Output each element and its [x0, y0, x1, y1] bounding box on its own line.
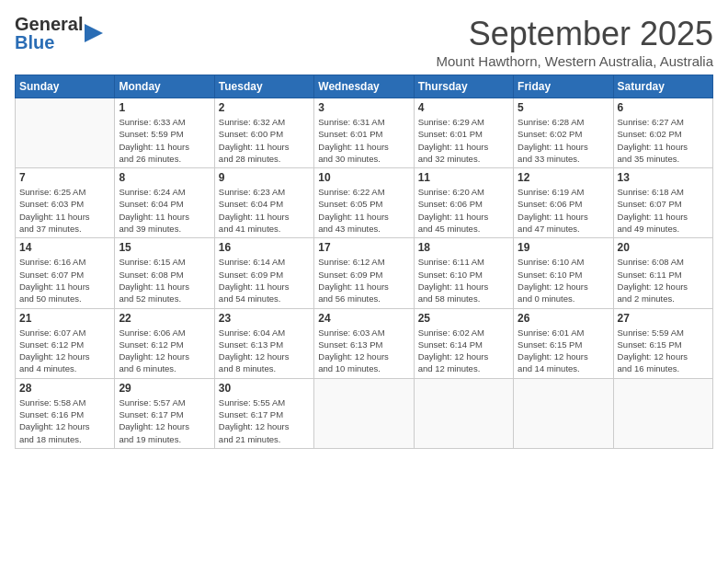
weekday-header-friday: Friday	[514, 75, 613, 98]
day-number: 4	[418, 101, 509, 114]
day-info: Sunrise: 6:19 AM Sunset: 6:06 PM Dayligh…	[518, 186, 609, 235]
calendar-cell: 5Sunrise: 6:28 AM Sunset: 6:02 PM Daylig…	[514, 98, 613, 168]
calendar-cell: 10Sunrise: 6:22 AM Sunset: 6:05 PM Dayli…	[314, 168, 414, 238]
calendar-cell: 11Sunrise: 6:20 AM Sunset: 6:06 PM Dayli…	[414, 168, 513, 238]
calendar-cell: 6Sunrise: 6:27 AM Sunset: 6:02 PM Daylig…	[613, 98, 712, 168]
day-number: 11	[418, 171, 509, 184]
calendar-cell: 9Sunrise: 6:23 AM Sunset: 6:04 PM Daylig…	[214, 168, 313, 238]
week-row-2: 7Sunrise: 6:25 AM Sunset: 6:03 PM Daylig…	[16, 168, 713, 238]
calendar-cell: 14Sunrise: 6:16 AM Sunset: 6:07 PM Dayli…	[16, 238, 115, 308]
day-number: 5	[518, 101, 609, 114]
day-number: 30	[219, 382, 310, 395]
calendar-cell	[514, 378, 613, 448]
day-info: Sunrise: 6:10 AM Sunset: 6:10 PM Dayligh…	[518, 256, 609, 304]
calendar-cell: 2Sunrise: 6:32 AM Sunset: 6:00 PM Daylig…	[214, 98, 313, 168]
calendar-cell: 20Sunrise: 6:08 AM Sunset: 6:11 PM Dayli…	[613, 238, 712, 308]
calendar-cell: 8Sunrise: 6:24 AM Sunset: 6:04 PM Daylig…	[115, 168, 214, 238]
day-number: 6	[618, 101, 709, 114]
day-info: Sunrise: 6:01 AM Sunset: 6:15 PM Dayligh…	[518, 327, 609, 375]
day-info: Sunrise: 6:22 AM Sunset: 6:05 PM Dayligh…	[318, 186, 409, 235]
week-row-1: 1Sunrise: 6:33 AM Sunset: 5:59 PM Daylig…	[16, 98, 713, 168]
calendar-cell: 21Sunrise: 6:07 AM Sunset: 6:12 PM Dayli…	[16, 308, 115, 378]
day-number: 1	[119, 101, 210, 114]
week-row-5: 28Sunrise: 5:58 AM Sunset: 6:16 PM Dayli…	[16, 378, 713, 448]
calendar-cell	[414, 378, 513, 448]
day-number: 13	[618, 171, 709, 184]
day-info: Sunrise: 6:11 AM Sunset: 6:10 PM Dayligh…	[418, 256, 509, 304]
weekday-header-tuesday: Tuesday	[214, 75, 313, 98]
day-info: Sunrise: 6:28 AM Sunset: 6:02 PM Dayligh…	[518, 116, 609, 165]
day-info: Sunrise: 6:18 AM Sunset: 6:07 PM Dayligh…	[618, 186, 709, 235]
day-number: 14	[19, 241, 110, 254]
weekday-header-row: SundayMondayTuesdayWednesdayThursdayFrid…	[16, 75, 713, 98]
calendar-cell: 26Sunrise: 6:01 AM Sunset: 6:15 PM Dayli…	[514, 308, 613, 378]
weekday-header-thursday: Thursday	[414, 75, 513, 98]
calendar-cell: 13Sunrise: 6:18 AM Sunset: 6:07 PM Dayli…	[613, 168, 712, 238]
calendar-cell: 12Sunrise: 6:19 AM Sunset: 6:06 PM Dayli…	[514, 168, 613, 238]
day-info: Sunrise: 6:14 AM Sunset: 6:09 PM Dayligh…	[219, 256, 310, 304]
calendar-cell: 29Sunrise: 5:57 AM Sunset: 6:17 PM Dayli…	[115, 378, 214, 448]
day-info: Sunrise: 6:23 AM Sunset: 6:04 PM Dayligh…	[219, 186, 310, 235]
day-info: Sunrise: 6:15 AM Sunset: 6:08 PM Dayligh…	[119, 256, 210, 304]
day-number: 21	[19, 312, 110, 325]
day-info: Sunrise: 5:59 AM Sunset: 6:15 PM Dayligh…	[618, 327, 709, 375]
day-info: Sunrise: 5:55 AM Sunset: 6:17 PM Dayligh…	[219, 396, 310, 445]
calendar-cell: 15Sunrise: 6:15 AM Sunset: 6:08 PM Dayli…	[115, 238, 214, 308]
weekday-header-saturday: Saturday	[613, 75, 712, 98]
location-subtitle: Mount Hawthorn, Western Australia, Austr…	[436, 53, 713, 69]
weekday-header-sunday: Sunday	[16, 75, 115, 98]
day-number: 20	[618, 241, 709, 254]
calendar-cell	[16, 98, 115, 168]
calendar-cell: 24Sunrise: 6:03 AM Sunset: 6:13 PM Dayli…	[314, 308, 414, 378]
calendar-cell	[314, 378, 414, 448]
day-number: 8	[119, 171, 210, 184]
logo-arrow-icon	[85, 24, 103, 42]
day-number: 16	[219, 241, 310, 254]
day-info: Sunrise: 6:31 AM Sunset: 6:01 PM Dayligh…	[318, 116, 409, 165]
calendar-table: SundayMondayTuesdayWednesdayThursdayFrid…	[15, 75, 713, 449]
day-number: 24	[318, 312, 409, 325]
day-info: Sunrise: 6:27 AM Sunset: 6:02 PM Dayligh…	[618, 116, 709, 165]
day-number: 15	[119, 241, 210, 254]
day-number: 7	[19, 171, 110, 184]
day-number: 18	[418, 241, 509, 254]
calendar-cell: 4Sunrise: 6:29 AM Sunset: 6:01 PM Daylig…	[414, 98, 513, 168]
calendar-cell: 28Sunrise: 5:58 AM Sunset: 6:16 PM Dayli…	[16, 378, 115, 448]
day-info: Sunrise: 6:03 AM Sunset: 6:13 PM Dayligh…	[318, 327, 409, 375]
day-number: 3	[318, 101, 409, 114]
day-info: Sunrise: 6:32 AM Sunset: 6:00 PM Dayligh…	[219, 116, 310, 165]
day-number: 2	[219, 101, 310, 114]
calendar-cell: 1Sunrise: 6:33 AM Sunset: 5:59 PM Daylig…	[115, 98, 214, 168]
day-number: 9	[219, 171, 310, 184]
day-info: Sunrise: 6:12 AM Sunset: 6:09 PM Dayligh…	[318, 256, 409, 304]
calendar-cell: 30Sunrise: 5:55 AM Sunset: 6:17 PM Dayli…	[214, 378, 313, 448]
day-number: 12	[518, 171, 609, 184]
day-info: Sunrise: 6:04 AM Sunset: 6:13 PM Dayligh…	[219, 327, 310, 375]
page-header: General Blue September 2025 Mount Hawtho…	[15, 15, 713, 69]
day-info: Sunrise: 6:07 AM Sunset: 6:12 PM Dayligh…	[19, 327, 110, 375]
day-number: 25	[418, 312, 509, 325]
month-title: September 2025	[436, 15, 713, 53]
title-area: September 2025 Mount Hawthorn, Western A…	[436, 15, 713, 69]
weekday-header-monday: Monday	[115, 75, 214, 98]
day-number: 10	[318, 171, 409, 184]
day-number: 23	[219, 312, 310, 325]
calendar-cell	[613, 378, 712, 448]
calendar-cell: 25Sunrise: 6:02 AM Sunset: 6:14 PM Dayli…	[414, 308, 513, 378]
calendar-cell: 18Sunrise: 6:11 AM Sunset: 6:10 PM Dayli…	[414, 238, 513, 308]
week-row-3: 14Sunrise: 6:16 AM Sunset: 6:07 PM Dayli…	[16, 238, 713, 308]
calendar-cell: 17Sunrise: 6:12 AM Sunset: 6:09 PM Dayli…	[314, 238, 414, 308]
day-info: Sunrise: 6:02 AM Sunset: 6:14 PM Dayligh…	[418, 327, 509, 375]
calendar-cell: 27Sunrise: 5:59 AM Sunset: 6:15 PM Dayli…	[613, 308, 712, 378]
day-info: Sunrise: 5:58 AM Sunset: 6:16 PM Dayligh…	[19, 396, 110, 445]
calendar-cell: 22Sunrise: 6:06 AM Sunset: 6:12 PM Dayli…	[115, 308, 214, 378]
day-info: Sunrise: 6:08 AM Sunset: 6:11 PM Dayligh…	[618, 256, 709, 304]
calendar-cell: 23Sunrise: 6:04 AM Sunset: 6:13 PM Dayli…	[214, 308, 313, 378]
calendar-cell: 7Sunrise: 6:25 AM Sunset: 6:03 PM Daylig…	[16, 168, 115, 238]
day-info: Sunrise: 6:29 AM Sunset: 6:01 PM Dayligh…	[418, 116, 509, 165]
day-info: Sunrise: 6:06 AM Sunset: 6:12 PM Dayligh…	[119, 327, 210, 375]
day-number: 26	[518, 312, 609, 325]
day-number: 28	[19, 382, 110, 395]
calendar-cell: 16Sunrise: 6:14 AM Sunset: 6:09 PM Dayli…	[214, 238, 313, 308]
day-number: 27	[618, 312, 709, 325]
